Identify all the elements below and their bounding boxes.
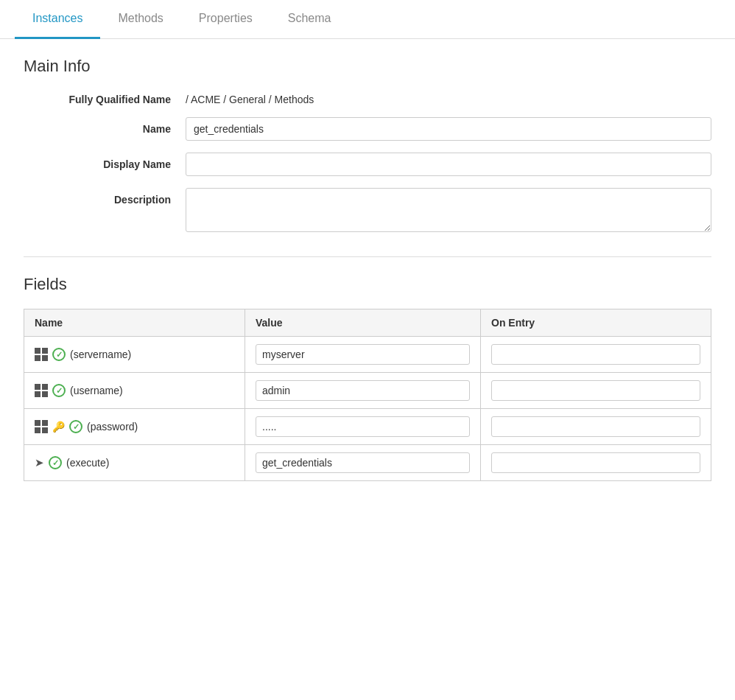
check-circle-icon: ✓	[52, 348, 66, 361]
table-row: ➤✓(execute)	[24, 445, 711, 481]
name-input[interactable]	[186, 117, 711, 141]
field-name-cell-servername: ✓(servername)	[24, 337, 245, 373]
check-circle-icon: ✓	[49, 456, 62, 469]
grid-icon	[35, 420, 48, 433]
field-value-input-password[interactable]	[256, 416, 470, 437]
check-circle-icon: ✓	[52, 384, 66, 397]
field-onentry-input-password[interactable]	[491, 416, 700, 437]
field-onentry-cell-execute	[481, 445, 711, 481]
main-content: Main Info Fully Qualified Name / ACME / …	[0, 39, 735, 499]
key-icon: 🔑	[52, 421, 65, 433]
main-info-title: Main Info	[24, 57, 711, 76]
tab-properties[interactable]: Properties	[181, 0, 270, 39]
field-label: (execute)	[66, 457, 109, 469]
field-label: (password)	[87, 421, 138, 433]
field-onentry-cell-username	[481, 373, 711, 409]
field-onentry-input-execute[interactable]	[491, 452, 700, 473]
field-label: (servername)	[70, 349, 131, 360]
field-value-cell-password	[245, 409, 481, 445]
field-onentry-input-servername[interactable]	[491, 344, 700, 365]
table-row: 🔑✓(password)	[24, 409, 711, 445]
description-row: Description	[24, 188, 711, 234]
table-row: ✓(servername)	[24, 337, 711, 373]
field-value-cell-execute	[245, 445, 481, 481]
display-name-row: Display Name	[24, 153, 711, 176]
tab-bar: Instances Methods Properties Schema	[0, 0, 735, 39]
col-onentry-header: On Entry	[481, 309, 711, 337]
col-name-header: Name	[24, 309, 245, 337]
field-name-cell-username: ✓(username)	[24, 373, 245, 409]
field-name-cell-password: 🔑✓(password)	[24, 409, 245, 445]
field-value-input-username[interactable]	[256, 380, 470, 401]
field-onentry-cell-servername	[481, 337, 711, 373]
field-value-input-servername[interactable]	[256, 344, 470, 365]
field-label: (username)	[70, 385, 123, 396]
arrow-right-icon: ➤	[35, 456, 44, 469]
field-name-cell-execute: ➤✓(execute)	[24, 445, 245, 481]
field-onentry-input-username[interactable]	[491, 380, 700, 401]
field-value-input-execute[interactable]	[256, 452, 470, 473]
field-value-cell-servername	[245, 337, 481, 373]
fields-section: Fields Name Value On Entry ✓(servername)…	[24, 275, 711, 481]
field-onentry-cell-password	[481, 409, 711, 445]
grid-icon	[35, 384, 48, 397]
table-header-row: Name Value On Entry	[24, 309, 711, 337]
fields-table: Name Value On Entry ✓(servername)✓(usern…	[24, 309, 711, 481]
field-value-cell-username	[245, 373, 481, 409]
tab-instances[interactable]: Instances	[15, 0, 100, 39]
main-info-section: Main Info Fully Qualified Name / ACME / …	[24, 57, 711, 234]
description-input[interactable]	[186, 188, 711, 232]
col-value-header: Value	[245, 309, 481, 337]
display-name-input[interactable]	[186, 153, 711, 176]
check-circle-icon: ✓	[69, 420, 82, 433]
table-row: ✓(username)	[24, 373, 711, 409]
grid-icon	[35, 348, 48, 361]
name-label: Name	[24, 117, 186, 135]
fqn-label: Fully Qualified Name	[24, 91, 186, 105]
name-row: Name	[24, 117, 711, 141]
tab-schema[interactable]: Schema	[270, 0, 349, 39]
fields-title: Fields	[24, 275, 711, 294]
tab-methods[interactable]: Methods	[100, 0, 180, 39]
fqn-row: Fully Qualified Name / ACME / General / …	[24, 91, 711, 105]
fqn-value: / ACME / General / Methods	[186, 91, 711, 105]
display-name-label: Display Name	[24, 153, 186, 170]
description-label: Description	[24, 188, 186, 206]
section-divider	[24, 256, 711, 257]
